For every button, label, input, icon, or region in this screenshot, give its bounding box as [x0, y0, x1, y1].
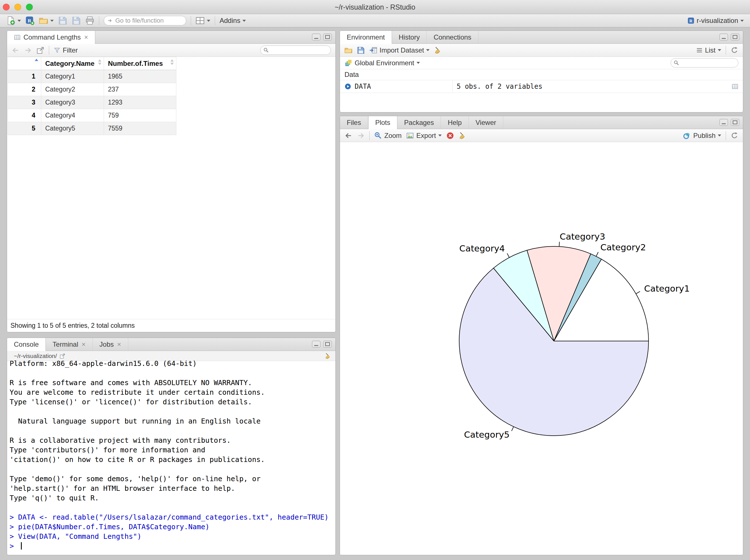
viewer-search-input[interactable] [272, 47, 328, 54]
forward-arrow-icon [357, 132, 365, 140]
viewer-forward-button[interactable] [24, 46, 32, 54]
tab-command-lengths[interactable]: Command Lengths × [7, 31, 95, 44]
zoom-window-button[interactable] [26, 4, 33, 11]
tab-console[interactable]: Console [7, 338, 46, 351]
table-row[interactable]: 3Category31293 [8, 96, 176, 109]
table-row[interactable]: 5Category57559 [8, 122, 176, 135]
load-workspace-button[interactable] [344, 46, 352, 54]
filter-button[interactable]: Filter [54, 46, 78, 54]
table-row[interactable]: 4Category4759 [8, 109, 176, 122]
publish-button[interactable]: Publish [683, 132, 721, 140]
number-of-times-cell: 1293 [104, 96, 176, 109]
console-cursor[interactable] [21, 542, 22, 549]
goto-file-input[interactable] [115, 17, 182, 24]
maximize-pane-button[interactable] [323, 33, 332, 41]
zoom-plot-button[interactable]: Zoom [374, 132, 401, 140]
view-table-icon[interactable] [732, 83, 738, 90]
minimize-pane-button[interactable] [312, 340, 321, 348]
panes-layout-button[interactable] [196, 16, 210, 25]
global-environment-button[interactable]: Global Environment [344, 59, 420, 67]
minimize-window-button[interactable] [15, 4, 21, 11]
addins-label: Addins [220, 17, 240, 25]
tab-packages[interactable]: Packages [397, 116, 441, 129]
refresh-environment-button[interactable] [730, 46, 738, 54]
tab-label: Viewer [476, 119, 496, 126]
previous-plot-button[interactable] [344, 132, 352, 140]
column-header-category-name[interactable]: Category.Name [41, 57, 104, 70]
expand-object-icon[interactable] [344, 83, 351, 90]
save-button[interactable] [58, 16, 67, 25]
row-number-header[interactable] [8, 57, 41, 70]
close-icon[interactable]: × [84, 34, 88, 41]
new-project-button[interactable] [25, 16, 35, 25]
remove-plot-button[interactable] [446, 132, 454, 140]
tab-plots[interactable]: Plots [368, 116, 397, 129]
tab-jobs[interactable]: Jobs × [93, 338, 128, 351]
console-output-line [9, 368, 335, 378]
toolbar-separator [49, 46, 49, 55]
export-plot-button[interactable]: Export [406, 132, 441, 140]
clear-console-button[interactable] [325, 353, 332, 359]
console-output-line: Type 'contributors()' for more informati… [9, 445, 335, 455]
minimize-pane-button[interactable] [312, 33, 321, 41]
new-project-icon [25, 16, 35, 25]
minimize-pane-button[interactable] [719, 33, 728, 41]
clear-objects-button[interactable] [434, 46, 442, 54]
project-icon [688, 17, 694, 24]
popout-icon[interactable] [60, 353, 65, 359]
tab-label: Command Lengths [23, 33, 81, 41]
project-menu-button[interactable]: r-visualization [688, 17, 744, 25]
close-window-button[interactable] [3, 4, 9, 11]
close-icon[interactable]: × [117, 341, 121, 348]
console-tabbar: Console Terminal × Jobs × [7, 338, 335, 351]
tab-help[interactable]: Help [441, 116, 469, 129]
export-label: Export [416, 132, 436, 140]
tab-viewer[interactable]: Viewer [469, 116, 503, 129]
viewer-back-button[interactable] [12, 46, 20, 54]
object-name-column: DATA [340, 82, 452, 91]
clear-plots-button[interactable] [459, 132, 467, 140]
open-folder-icon [39, 16, 48, 25]
list-view-button[interactable]: List [696, 46, 721, 54]
main-toolbar: Addins r-visualization [0, 14, 750, 27]
console-output-line: R is free software and comes with ABSOLU… [9, 378, 335, 388]
refresh-plot-button[interactable] [730, 132, 738, 140]
environment-search-input[interactable] [681, 59, 735, 67]
maximize-pane-button[interactable] [323, 340, 332, 348]
next-plot-button[interactable] [357, 132, 365, 140]
open-file-button[interactable] [39, 16, 54, 25]
new-file-button[interactable] [6, 16, 21, 25]
environment-object-row[interactable]: DATA 5 obs. of 2 variables [340, 80, 743, 93]
maximize-pane-button[interactable] [730, 33, 739, 41]
save-workspace-button[interactable] [357, 46, 365, 54]
tab-label: Terminal [53, 340, 78, 348]
environment-toolbar: Import Dataset List [340, 44, 743, 57]
plots-tabbar: Files Plots Packages Help Viewer [340, 116, 743, 129]
table-row[interactable]: 2Category2237 [8, 83, 176, 96]
close-icon[interactable]: × [82, 341, 86, 348]
print-button[interactable] [85, 16, 94, 25]
column-header-number-of-times[interactable]: Number.of.Times [104, 57, 176, 70]
plots-pane: Files Plots Packages Help Viewer [340, 116, 743, 555]
console-output[interactable]: Platform: x86_64-apple-darwin15.6.0 (64-… [7, 358, 335, 552]
category-name-cell: Category2 [41, 83, 104, 96]
tab-files[interactable]: Files [340, 116, 368, 129]
tab-terminal[interactable]: Terminal × [46, 338, 93, 351]
minimize-pane-button[interactable] [719, 119, 728, 126]
table-icon [14, 34, 21, 41]
environment-scope-row: Global Environment [340, 57, 743, 69]
tab-environment[interactable]: Environment [340, 31, 392, 44]
table-row[interactable]: 1Category11965 [8, 70, 176, 83]
refresh-icon [730, 132, 738, 140]
pie-label-category5: Category5 [464, 429, 510, 440]
chevron-down-icon [718, 135, 721, 137]
import-dataset-button[interactable]: Import Dataset [369, 46, 430, 54]
console-output-line [9, 407, 335, 417]
viewer-popout-button[interactable] [37, 46, 44, 54]
tab-connections[interactable]: Connections [427, 31, 478, 43]
number-of-times-cell: 7559 [104, 122, 176, 135]
addins-button[interactable]: Addins [220, 17, 246, 25]
save-all-button[interactable] [72, 16, 81, 25]
tab-history[interactable]: History [392, 31, 427, 43]
maximize-pane-button[interactable] [730, 119, 739, 126]
